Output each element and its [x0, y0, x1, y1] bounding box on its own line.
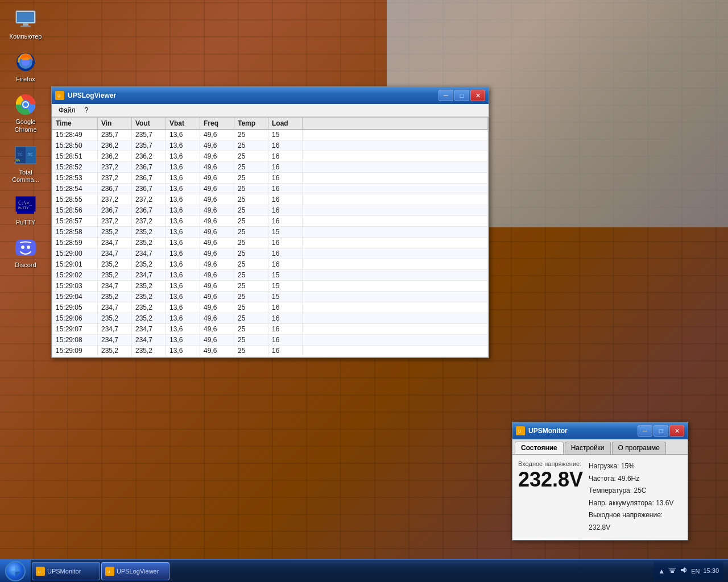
table-cell: 15 [268, 270, 303, 280]
table-cell: 25 [234, 281, 268, 291]
tray-arrow-icon[interactable]: ▲ [658, 567, 665, 575]
taskbar-item-upsmonitor[interactable]: U UPSMonitor [32, 562, 100, 580]
table-cell: 236,7 [132, 173, 166, 183]
svg-rect-1 [17, 12, 34, 22]
table-cell: 49,6 [200, 356, 234, 357]
table-cell: 15:29:04 [52, 292, 98, 302]
table-cell: 235,2 [98, 270, 132, 280]
table-cell: 234,7 [132, 335, 166, 345]
table-cell: 16 [268, 173, 303, 183]
table-cell-empty [303, 356, 488, 357]
upsmonitor-close-button[interactable]: ✕ [669, 425, 684, 436]
discord-icon [14, 236, 37, 259]
tab-settings[interactable]: Настройки [565, 442, 611, 454]
table-cell: 49,6 [200, 248, 234, 259]
table-cell: 235,7 [98, 130, 132, 140]
stat-output-voltage: Выходное напряжение: 232.8V [589, 509, 682, 534]
table-cell: 13,6 [166, 151, 200, 161]
upsmonitor-title-icon: U [516, 426, 525, 435]
tray-network-icon [668, 566, 676, 576]
table-cell: 15:28:55 [52, 194, 98, 205]
tab-status[interactable]: Состояние [515, 442, 564, 454]
svg-text:TC: TC [28, 152, 32, 157]
start-orb-icon [5, 561, 26, 581]
desktop-icon-computer[interactable]: Компьютер [6, 6, 46, 43]
tray-volume-icon[interactable] [680, 566, 688, 576]
table-cell: 16 [268, 335, 303, 345]
menu-help[interactable]: ? [80, 105, 93, 115]
taskbar-item-upslogviewer[interactable]: U UPSLogViewer [101, 562, 169, 580]
table-cell: 13,6 [166, 248, 200, 259]
upsmonitor-minimize-button[interactable]: ─ [638, 425, 652, 436]
table-cell: 236,2 [98, 140, 132, 151]
table-row: 15:29:01235,2235,213,649,62516 [52, 259, 488, 270]
table-cell: 13,6 [166, 194, 200, 205]
table-cell-empty [303, 140, 488, 151]
table-cell: 49,6 [200, 205, 234, 215]
desktop-icons-area: Компьютер Firefox [0, 0, 51, 277]
tab-about[interactable]: О программе [612, 442, 666, 454]
language-indicator[interactable]: EN [691, 568, 700, 575]
table-cell-empty [303, 292, 488, 302]
table-cell: 49,6 [200, 194, 234, 205]
table-cell: 49,6 [200, 227, 234, 237]
col-time: Time [52, 118, 98, 129]
upsmonitor-tabs: Состояние Настройки О программе [512, 439, 688, 455]
table-cell: 49,6 [200, 162, 234, 172]
table-row: 15:29:05234,7235,213,649,62516 [52, 302, 488, 313]
desktop-icon-chrome[interactable]: Google Chrome [6, 91, 46, 135]
table-cell: 15:29:00 [52, 248, 98, 259]
svg-point-11 [23, 102, 28, 107]
taskbar-right: ▲ EN 15:30 [649, 560, 728, 582]
table-cell: 13,6 [166, 313, 200, 323]
table-cell-empty [303, 162, 488, 172]
table-cell: 15:29:03 [52, 281, 98, 291]
table-cell: 236,7 [132, 205, 166, 215]
computer-icon-label: Компьютер [10, 33, 42, 40]
table-cell: 49,6 [200, 281, 234, 291]
table-cell: 25 [234, 335, 268, 345]
table-row: 15:29:10234,7234,713,649,62516 [52, 356, 488, 357]
table-cell: 15:29:08 [52, 335, 98, 345]
start-button[interactable] [0, 560, 31, 583]
table-cell: 13,6 [166, 259, 200, 269]
table-cell: 15:29:02 [52, 270, 98, 280]
upslogviewer-maximize-button[interactable]: □ [454, 90, 469, 101]
table-cell: 13,6 [166, 130, 200, 140]
menu-file[interactable]: Файл [54, 105, 80, 115]
svg-rect-34 [669, 569, 675, 571]
table-cell: 25 [234, 184, 268, 194]
table-row: 15:29:06235,2235,213,649,62516 [52, 313, 488, 324]
table-cell: 16 [268, 140, 303, 151]
svg-text:U: U [57, 94, 60, 98]
table-cell: 234,7 [98, 248, 132, 259]
svg-text:6%: 6% [16, 158, 20, 162]
desktop-icon-putty[interactable]: C:\>_ PuTTY PuTTY [6, 192, 46, 228]
table-cell: 235,7 [132, 130, 166, 140]
svg-rect-2 [23, 23, 28, 26]
svg-rect-35 [668, 568, 676, 569]
table-row: 15:28:54236,7236,713,649,62516 [52, 184, 488, 194]
upsmonitor-titlebar[interactable]: U UPSMonitor ─ □ ✕ [512, 422, 688, 439]
table-cell: 49,6 [200, 216, 234, 226]
table-cell: 13,6 [166, 335, 200, 345]
system-clock[interactable]: 15:30 [703, 567, 719, 575]
upsmonitor-title-text: UPSMonitor [528, 427, 634, 435]
table-cell: 15:28:53 [52, 173, 98, 183]
table-row: 15:28:59234,7235,213,649,62516 [52, 238, 488, 248]
desktop-icon-totalcmd[interactable]: TC TC 6% Total Comma... [6, 142, 46, 186]
table-row: 15:28:56236,7236,713,649,62516 [52, 205, 488, 216]
upsmonitor-maximize-button[interactable]: □ [653, 425, 668, 436]
table-cell: 49,6 [200, 238, 234, 248]
desktop-icon-firefox[interactable]: Firefox [6, 48, 46, 85]
upslogviewer-minimize-button[interactable]: ─ [439, 90, 453, 101]
table-cell: 16 [268, 162, 303, 172]
table-cell: 25 [234, 238, 268, 248]
desktop-icon-discord[interactable]: Discord [6, 234, 46, 271]
table-body[interactable]: 15:28:49235,7235,713,649,6251515:28:5023… [52, 130, 488, 357]
upslogviewer-close-button[interactable]: ✕ [470, 90, 485, 101]
taskbar-upsmonitor-label: UPSMonitor [47, 568, 81, 575]
table-cell: 16 [268, 259, 303, 269]
upslogviewer-titlebar[interactable]: U UPSLogViewer ─ □ ✕ [52, 87, 489, 104]
svg-point-24 [27, 246, 30, 249]
